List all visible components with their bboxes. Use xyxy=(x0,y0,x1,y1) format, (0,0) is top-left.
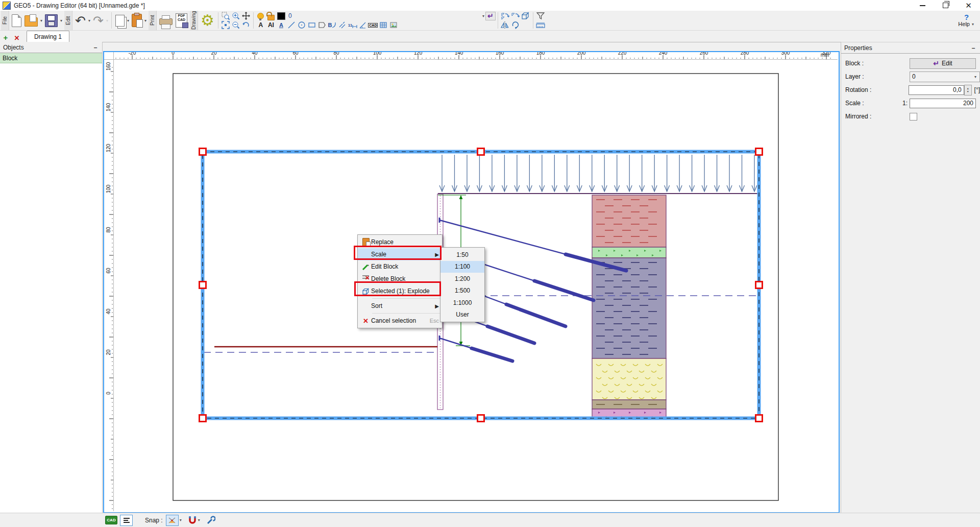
zoom-out-button[interactable] xyxy=(231,21,241,30)
submenu-item-1-500[interactable]: 1:500 xyxy=(440,285,484,297)
menu-item-cancel-selection[interactable]: ✕ Cancel selection Esc xyxy=(358,315,442,327)
menu-item-replace[interactable]: Replace xyxy=(358,236,442,248)
explode-block-button[interactable] xyxy=(521,12,531,20)
insert-block-button[interactable]: ↵ xyxy=(485,12,496,20)
spline-tool-button[interactable]: B xyxy=(327,21,337,30)
submenu-item-user[interactable]: User xyxy=(440,309,484,321)
previous-view-button[interactable] xyxy=(241,21,251,30)
rectangle-tool-button[interactable] xyxy=(307,21,317,30)
line-tool-button[interactable] xyxy=(286,21,297,30)
pen-style-dropdown[interactable]: ▾ xyxy=(481,14,485,18)
lock-button[interactable] xyxy=(266,12,276,20)
text-style-button[interactable]: A xyxy=(276,21,286,30)
pdf-cad-export-button[interactable]: PDFCAD xyxy=(174,11,189,30)
menu-item-explode[interactable]: Selected (1): Explode xyxy=(358,285,442,297)
circle-tool-button[interactable] xyxy=(297,21,307,30)
polygon-tool-button[interactable] xyxy=(317,21,327,30)
mirrored-checkbox[interactable] xyxy=(910,113,917,121)
save-dropdown[interactable]: ▾ xyxy=(59,18,63,23)
rotate-button[interactable] xyxy=(510,21,521,30)
properties-collapse-button[interactable]: – xyxy=(970,44,977,52)
measure-angle-button[interactable] xyxy=(358,21,368,30)
magnet-icon[interactable] xyxy=(188,516,197,525)
menu-item-sort[interactable]: Sort ▶ xyxy=(358,300,442,312)
submenu-item-1-200[interactable]: 1:200 xyxy=(440,273,484,285)
rotation-input[interactable]: 0,0 xyxy=(909,85,964,95)
help-button[interactable]: ? Help▾ xyxy=(958,11,975,30)
selection-handle[interactable] xyxy=(478,149,484,155)
menu-item-scale[interactable]: Scale ▶ xyxy=(358,248,442,260)
hatch-tool-button[interactable] xyxy=(337,21,348,30)
paste-dropdown[interactable]: ▾ xyxy=(143,18,148,23)
undo-button[interactable]: ↶ xyxy=(74,11,87,30)
measure-button[interactable] xyxy=(535,21,546,30)
new-drawing-button[interactable] xyxy=(10,11,23,30)
apply-properties-button[interactable] xyxy=(510,12,521,20)
snap-dropdown[interactable]: ▾ xyxy=(179,518,183,522)
close-button[interactable]: ✕ xyxy=(957,0,980,11)
soil-column[interactable] xyxy=(592,195,666,419)
help-dropdown[interactable]: ▾ xyxy=(971,22,975,27)
magnet-dropdown[interactable]: ▾ xyxy=(197,518,201,522)
copy-properties-button[interactable] xyxy=(500,12,510,20)
visibility-button[interactable] xyxy=(256,12,266,20)
redo-button[interactable]: ↷ xyxy=(91,11,105,30)
layers-list-button[interactable] xyxy=(120,515,133,526)
wrench-icon[interactable] xyxy=(206,516,215,525)
table-tool-button[interactable] xyxy=(378,21,388,30)
rotation-spinner[interactable]: ▲▼ xyxy=(964,85,972,95)
zoom-in-button[interactable] xyxy=(231,12,241,20)
undo-dropdown[interactable]: ▾ xyxy=(87,18,91,23)
open-file-button[interactable] xyxy=(23,11,39,30)
tab-drawing-1[interactable]: Drawing 1 xyxy=(27,31,69,42)
cad-mode-button[interactable]: CAD xyxy=(105,516,117,524)
svg-text:160: 160 xyxy=(496,52,504,56)
pan-button[interactable] xyxy=(241,12,251,20)
image-tool-button[interactable] xyxy=(388,21,399,30)
add-drawing-button[interactable]: + xyxy=(0,33,11,42)
selection-handle[interactable] xyxy=(756,415,763,422)
minimize-button[interactable] xyxy=(911,0,934,11)
copy-button[interactable] xyxy=(114,11,126,30)
close-drawing-button[interactable]: ✕ xyxy=(11,34,22,42)
block-edit-button[interactable]: ↵ Edit xyxy=(910,58,976,69)
copy-dropdown[interactable]: ▾ xyxy=(126,18,130,23)
titlebar: GEO5 - Drawing Editor (64 bit) [Unnamed.… xyxy=(0,0,980,11)
layer-select[interactable]: 0 ▾ xyxy=(910,71,980,82)
paste-button[interactable] xyxy=(130,11,143,30)
settings-button[interactable]: ⚙ xyxy=(199,11,216,30)
selection-handle[interactable] xyxy=(756,282,763,289)
svg-text:40: 40 xyxy=(252,52,258,56)
selection-handle[interactable] xyxy=(756,149,763,155)
dimension-tool-button[interactable]: 11 xyxy=(348,21,358,30)
pen-color-button[interactable] xyxy=(276,12,286,20)
svg-text:160: 160 xyxy=(106,62,111,70)
scale-input[interactable]: 200 xyxy=(910,99,976,108)
menu-item-edit-block[interactable]: Edit Block xyxy=(358,260,442,273)
mirror-button[interactable] xyxy=(500,21,510,30)
submenu-item-1-1000[interactable]: 1:1000 xyxy=(440,297,484,309)
zoom-window-button[interactable] xyxy=(220,12,231,20)
filter-button[interactable] xyxy=(535,12,546,20)
save-button[interactable] xyxy=(43,11,59,30)
print-button[interactable] xyxy=(158,11,174,30)
snap-mode-button[interactable] xyxy=(166,515,179,526)
statusbar: CAD Snap : ▾ ▾ xyxy=(0,513,980,527)
selection-handle[interactable] xyxy=(200,415,206,422)
selection-handle[interactable] xyxy=(200,149,206,155)
submenu-item-1-100[interactable]: 1:100 xyxy=(440,261,484,273)
svg-text:200: 200 xyxy=(577,52,586,56)
objects-list-item-block[interactable]: Block xyxy=(0,53,102,63)
menu-item-delete-block[interactable]: ✕ Delete Block xyxy=(358,273,442,285)
open-dropdown[interactable]: ▾ xyxy=(39,18,43,23)
selection-handle[interactable] xyxy=(478,415,484,422)
zoom-extents-button[interactable] xyxy=(220,21,231,30)
selection-handle[interactable] xyxy=(200,282,206,289)
cad-import-button[interactable]: CAD xyxy=(368,21,378,30)
objects-collapse-button[interactable]: – xyxy=(92,44,99,51)
main-toolbar: File ▾ ▾ Edit ↶ ▾ ↷ ▾ ▾ ▾ Print PDFCAD D… xyxy=(0,11,980,31)
submenu-item-1-50[interactable]: 1:50 xyxy=(440,249,484,261)
text-edit-tool-button[interactable]: AI xyxy=(266,21,276,30)
restore-button[interactable] xyxy=(934,0,957,11)
text-tool-button[interactable]: A xyxy=(256,21,266,30)
